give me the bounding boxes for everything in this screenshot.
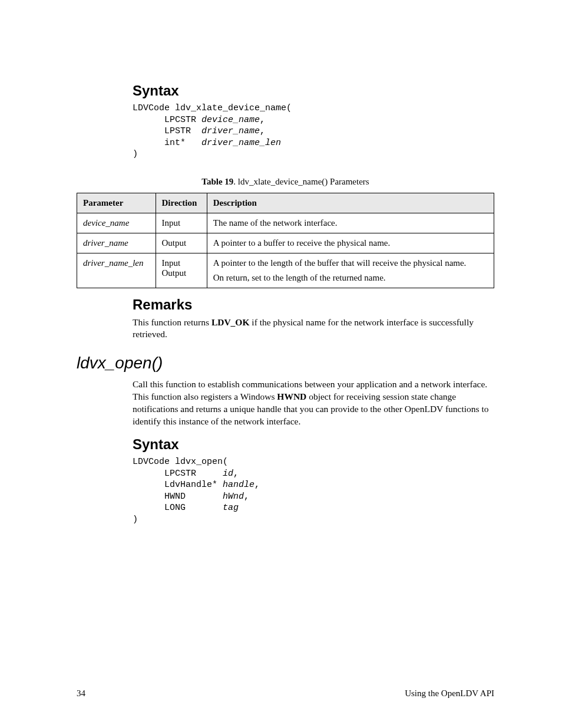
remarks-heading: Remarks (133, 297, 494, 313)
syntax-section-1: Syntax LDVCode ldv_xlate_device_name( LP… (133, 83, 494, 160)
code-block-1: LDVCode ldv_xlate_device_name( LPCSTR de… (133, 103, 494, 160)
function-intro-block: Call this function to establish communic… (133, 378, 494, 525)
cell-param: driver_name (77, 233, 156, 253)
c2l4a: HWND (133, 492, 223, 502)
c1l4b: driver_name_len (201, 138, 281, 148)
c2l2b: id (223, 469, 233, 479)
th-parameter: Parameter (77, 193, 156, 213)
c1l5: ) (133, 149, 138, 159)
c1l1: LDVCode ldv_xlate_device_name( (133, 103, 292, 113)
page: Syntax LDVCode ldv_xlate_device_name( LP… (0, 0, 562, 728)
cell-desc: A pointer to a buffer to receive the phy… (207, 233, 494, 253)
remarks-text: This function returns LDV_OK if the phys… (133, 317, 494, 341)
table-row: driver_name Output A pointer to a buffer… (77, 233, 494, 253)
th-description: Description (207, 193, 494, 213)
c2l6: ) (133, 515, 138, 525)
footer-title: Using the OpenLDV API (405, 689, 494, 699)
table-caption-rest: . ldv_xlate_device_name() Parameters (233, 177, 369, 186)
cell-desc: A pointer to the length of the buffer th… (207, 253, 494, 288)
cell-direction: Input Output (156, 253, 207, 288)
c2l3a: LdvHandle* (133, 480, 223, 490)
c1l2c: , (260, 115, 265, 125)
cell-param: driver_name_len (77, 253, 156, 288)
desc-line-2: On return, set to the length of the retu… (213, 273, 488, 283)
function-heading: ldvx_open() (77, 354, 494, 373)
dir-line-2: Output (162, 268, 201, 278)
c1l4a: int* (133, 138, 201, 148)
c2l5a: LONG (133, 503, 223, 513)
cell-direction: Output (156, 233, 207, 253)
table-row: device_name Input The name of the networ… (77, 213, 494, 233)
function-intro: Call this function to establish communic… (133, 378, 494, 428)
page-number: 34 (77, 689, 85, 699)
table-caption-bold: Table 19 (201, 177, 233, 186)
c2l2a: LPCSTR (133, 469, 223, 479)
c2l4c: , (244, 492, 249, 502)
remarks-bold: LDV_OK (211, 317, 250, 327)
code-block-2: LDVCode ldvx_open( LPCSTR id, LdvHandle*… (133, 456, 494, 525)
remarks-a: This function returns (133, 317, 211, 327)
th-direction: Direction (156, 193, 207, 213)
c2l2c: , (233, 469, 239, 479)
c2l4b: hWnd (223, 492, 244, 502)
intro-bold: HWND (277, 391, 306, 401)
c1l3a: LPSTR (133, 126, 201, 136)
c2l3b: handle (223, 480, 254, 490)
params-table: Parameter Direction Description device_n… (77, 193, 494, 288)
desc-line-1: A pointer to the length of the buffer th… (213, 258, 488, 268)
cell-direction: Input (156, 213, 207, 233)
page-footer: 34 Using the OpenLDV API (77, 689, 494, 699)
remarks-section: Remarks This function returns LDV_OK if … (133, 297, 494, 341)
table-row: driver_name_len Input Output A pointer t… (77, 253, 494, 288)
c1l2b: device_name (201, 115, 260, 125)
c1l3c: , (260, 126, 265, 136)
c2l1: LDVCode ldvx_open( (133, 457, 228, 467)
c2l5b: tag (223, 503, 239, 513)
syntax-heading-2: Syntax (133, 436, 494, 453)
c1l2a: LPCSTR (133, 115, 201, 125)
cell-desc: The name of the network interface. (207, 213, 494, 233)
syntax-heading-1: Syntax (133, 83, 494, 99)
table-caption: Table 19. ldv_xlate_device_name() Parame… (77, 177, 494, 187)
cell-param: device_name (77, 213, 156, 233)
c2l3c: , (254, 480, 260, 490)
table-header-row: Parameter Direction Description (77, 193, 494, 213)
dir-line-1: Input (162, 258, 201, 268)
c1l3b: driver_name (201, 126, 260, 136)
